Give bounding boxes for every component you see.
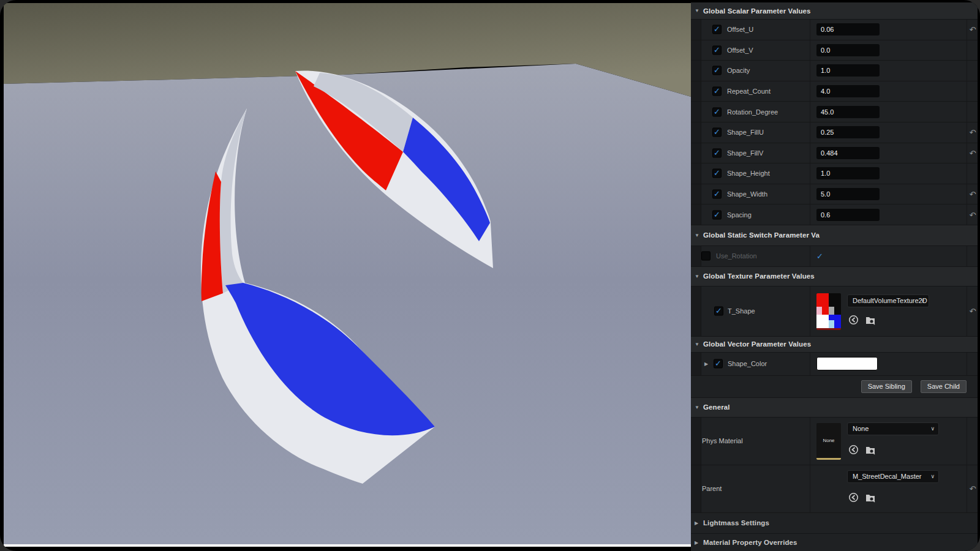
collapse-triangle-icon[interactable]: ▼ [695, 233, 703, 238]
divider [810, 163, 810, 184]
param-checkbox[interactable]: ✓ [712, 210, 722, 219]
phys-material-value: None [853, 425, 869, 432]
indent-strip [691, 465, 701, 512]
reset-to-default-icon[interactable]: ↶ [968, 25, 978, 34]
reset-to-default-icon[interactable]: ↶ [968, 210, 978, 219]
param-checkbox[interactable]: ✓ [712, 190, 722, 199]
param-value-input[interactable]: 5.0 [816, 188, 880, 200]
parent-material-dropdown[interactable]: M_StreetDecal_Master ∨ [847, 470, 939, 483]
param-label: Parent [702, 485, 722, 492]
divider [967, 20, 967, 40]
param-label: Shape_Height [727, 170, 770, 177]
collapse-triangle-icon[interactable]: ▼ [695, 405, 703, 410]
collapse-triangle-icon[interactable]: ▼ [695, 8, 703, 13]
save-sibling-button[interactable]: Save Sibling [861, 380, 912, 393]
save-child-button[interactable]: Save Child [921, 380, 967, 393]
use-selected-asset-icon[interactable] [848, 444, 859, 455]
param-value-input[interactable]: 45.0 [816, 106, 880, 118]
texture-thumbnail[interactable] [816, 293, 841, 330]
save-buttons-row: Save Sibling Save Child [691, 376, 978, 398]
divider [967, 143, 967, 163]
reset-to-default-icon[interactable]: ↶ [968, 307, 978, 316]
param-value-input[interactable]: 0.484 [816, 147, 880, 159]
divider [967, 246, 967, 266]
expand-arrow-icon[interactable]: ▶ [695, 520, 703, 526]
divider [967, 61, 967, 81]
section-title: General [703, 403, 730, 411]
param-value-input[interactable]: 0.06 [816, 23, 880, 36]
divider [967, 81, 967, 102]
asset-action-icons [848, 315, 876, 325]
color-swatch[interactable] [816, 357, 878, 370]
divider [810, 102, 810, 122]
browse-to-asset-icon[interactable] [865, 492, 876, 503]
param-label: Shape_Width [727, 190, 767, 198]
param-label: Spacing [727, 211, 752, 219]
switch-value-check-icon[interactable]: ✓ [816, 252, 823, 261]
param-value-input[interactable]: 1.0 [816, 64, 880, 77]
divider [810, 287, 810, 336]
param-checkbox[interactable]: ✓ [714, 359, 723, 369]
collapse-triangle-icon[interactable]: ▼ [695, 274, 703, 279]
phys-material-dropdown[interactable]: None ∨ [847, 422, 939, 435]
collapse-triangle-icon[interactable]: ▼ [695, 342, 703, 347]
use-selected-asset-icon[interactable] [848, 315, 859, 325]
section-general[interactable]: ▼ General [691, 398, 978, 418]
phys-material-thumbnail[interactable]: None [816, 423, 841, 460]
divider [810, 204, 810, 225]
param-value-input[interactable]: 0.25 [816, 126, 880, 138]
param-checkbox[interactable]: ✓ [712, 128, 722, 137]
reset-to-default-icon[interactable]: ↶ [968, 190, 978, 199]
viewport-scene [4, 3, 691, 544]
phys-material-thumb-text: None [816, 423, 841, 460]
param-label: Offset_U [727, 26, 753, 33]
section-material-property-overrides[interactable]: ▶ Material Property Overrides [691, 534, 978, 551]
param-value-input[interactable]: 4.0 [816, 85, 880, 97]
check-icon: ✓ [713, 190, 721, 198]
section-global-static-switch[interactable]: ▼ Global Static Switch Parameter Va [691, 225, 978, 246]
chevron-down-icon: ∨ [930, 471, 935, 482]
param-label: Offset_V [727, 47, 753, 54]
param-label: Opacity [727, 67, 750, 74]
indent-strip [691, 102, 701, 122]
param-row-repeat-count: ✓ Repeat_Count 4.0 ↶ [691, 81, 978, 102]
param-checkbox[interactable]: ✓ [712, 87, 722, 96]
chevron-down-icon: ∨ [921, 295, 925, 307]
reset-to-default-icon[interactable]: ↶ [968, 128, 978, 137]
section-global-texture[interactable]: ▼ Global Texture Parameter Values [691, 267, 978, 287]
section-global-scalar[interactable]: ▼ Global Scalar Parameter Values [691, 2, 978, 20]
expand-arrow-icon[interactable]: ▶ [695, 540, 703, 545]
use-selected-asset-icon[interactable] [848, 492, 859, 503]
param-checkbox[interactable]: ✓ [712, 169, 722, 178]
divider [810, 143, 810, 163]
param-checkbox[interactable]: ✓ [712, 148, 722, 157]
check-icon: ✓ [713, 210, 721, 218]
reset-to-default-icon[interactable]: ↶ [968, 484, 978, 493]
reset-to-default-icon[interactable]: ↶ [968, 148, 978, 157]
param-value-input[interactable]: 1.0 [816, 167, 880, 179]
param-value-input[interactable]: 0.0 [816, 44, 880, 56]
check-icon: ✓ [713, 107, 721, 115]
browse-to-asset-icon[interactable] [865, 315, 876, 325]
indent-strip [691, 163, 701, 184]
param-label: Repeat_Count [727, 88, 771, 95]
param-checkbox[interactable]: ✓ [712, 66, 722, 75]
param-value-input[interactable]: 0.6 [816, 209, 880, 221]
section-lightmass-settings[interactable]: ▶ Lightmass Settings [691, 513, 978, 534]
expand-arrow-icon[interactable]: ▶ [704, 361, 708, 367]
texture-asset-dropdown[interactable]: DefaultVolumeTexture2D ∨ [847, 294, 929, 307]
param-label: Use_Rotation [716, 252, 757, 260]
browse-to-asset-icon[interactable] [865, 444, 876, 455]
param-checkbox[interactable]: ✓ [701, 252, 710, 261]
param-checkbox[interactable]: ✓ [712, 45, 722, 54]
param-checkbox[interactable]: ✓ [714, 307, 723, 316]
section-title: Global Texture Parameter Values [703, 272, 815, 280]
divider [810, 122, 810, 143]
section-global-vector[interactable]: ▼ Global Vector Parameter Values [691, 337, 978, 353]
param-checkbox[interactable]: ✓ [712, 25, 722, 34]
section-title: Material Property Overrides [703, 539, 797, 546]
material-preview-viewport[interactable] [4, 3, 691, 544]
param-checkbox[interactable]: ✓ [712, 107, 722, 116]
section-title: Global Scalar Parameter Values [703, 7, 811, 15]
param-label: Rotation_Degree [727, 108, 778, 116]
